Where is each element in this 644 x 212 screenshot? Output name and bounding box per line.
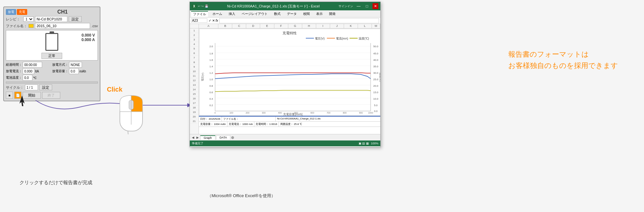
- svg-text:0.4: 0.4: [209, 97, 213, 100]
- discharge-button[interactable]: 放電: [6, 9, 16, 15]
- device-header: 放電 充電 CH1: [6, 9, 98, 15]
- ribbon-tab-insert[interactable]: 挿入: [227, 11, 237, 17]
- date-value: 2015/5/26: [209, 117, 220, 120]
- svg-text:1.4: 1.4: [209, 65, 213, 68]
- minimize-button[interactable]: —: [356, 3, 362, 9]
- discharge-current-input[interactable]: [23, 68, 34, 74]
- discharge-capacity-input[interactable]: [69, 68, 79, 74]
- set-button-2[interactable]: 設定: [39, 84, 52, 90]
- ribbon-tab-layout[interactable]: ページレイアウト: [240, 11, 270, 17]
- col-J: J: [330, 24, 344, 28]
- mode-buttons: 放電 充電: [6, 9, 27, 15]
- close-button[interactable]: ✕: [373, 3, 378, 9]
- col-F: F: [274, 24, 288, 28]
- filename-label-info: ファイル名：: [223, 117, 239, 120]
- signin-label[interactable]: サインイン: [339, 4, 353, 8]
- sheet-tab-graph[interactable]: Graph: [200, 135, 215, 140]
- svg-text:10.0: 10.0: [373, 97, 378, 100]
- caption-click-area: クリックするだけで報告書が完成: [19, 180, 92, 186]
- time-cell: 充電時間： 1:0016: [254, 122, 279, 127]
- current-label: 充電電流：: [229, 123, 242, 126]
- svg-text:800: 800: [343, 112, 347, 114]
- filename-input[interactable]: [35, 23, 90, 29]
- cycle-row: サイクル： 設定: [6, 84, 98, 90]
- svg-text:0: 0: [214, 112, 216, 114]
- svg-text:500: 500: [294, 112, 298, 114]
- current-value: 0.000 A: [81, 38, 95, 42]
- discharge-mode-row: 放電方式：: [52, 62, 98, 68]
- filename-row: ファイル名： .csv: [6, 23, 98, 29]
- filename-value-cell: Ni-Cd KR1000AA1_Charge_012-1.xls: [276, 117, 380, 121]
- ribbon-tab-file[interactable]: ファイル: [191, 11, 208, 17]
- row-5: 5: [190, 47, 199, 51]
- ribbon-tab-dev[interactable]: 開発: [327, 11, 338, 17]
- capacity-cell: 充電容量： 1004 mAh: [199, 122, 227, 127]
- svg-text:100: 100: [229, 112, 233, 114]
- charge-button[interactable]: 充電: [17, 9, 27, 15]
- time-label: 充電時間：: [256, 123, 269, 126]
- row-20: 20: [190, 115, 199, 119]
- chart-svg: 充電特性 電圧(V) 電流(mA) 温度(℃) 2.0 1.8 1.6 1.4 …: [199, 28, 380, 116]
- record-button[interactable]: ■: [6, 92, 13, 99]
- ribbon-tab-view[interactable]: 表示: [314, 11, 325, 17]
- col-M: M: [372, 24, 380, 28]
- ribbon-tab-home[interactable]: ホーム: [211, 11, 224, 17]
- row-1: 1: [190, 28, 199, 33]
- sheet-nav-left[interactable]: ◄: [191, 135, 195, 140]
- date-label: 日付：: [200, 117, 208, 120]
- model-input[interactable]: [35, 16, 67, 22]
- cycle-label: サイクル：: [6, 85, 24, 90]
- ribbon-tab-review[interactable]: 校閲: [301, 11, 312, 17]
- ribbon-tab-data[interactable]: データ: [285, 11, 299, 17]
- temp-info-label: 周囲温度：: [280, 123, 293, 126]
- ribbon-tab-formula[interactable]: 数式: [272, 11, 282, 17]
- col-C: C: [232, 24, 246, 28]
- recipe-row: レシピ： 1 設定: [6, 16, 98, 22]
- svg-text:35.0: 35.0: [373, 65, 378, 68]
- row-11: 11: [190, 74, 199, 78]
- svg-text:1.2: 1.2: [209, 72, 213, 74]
- svg-text:300: 300: [262, 112, 266, 114]
- col-D: D: [246, 24, 260, 28]
- svg-text:40.0: 40.0: [373, 59, 378, 61]
- folder-icon[interactable]: [29, 24, 34, 28]
- row-8: 8: [190, 60, 199, 65]
- cycle-input[interactable]: [25, 84, 38, 90]
- discharge-current-unit: ItA: [35, 70, 39, 73]
- sheet-tab-data[interactable]: DATA: [216, 135, 231, 139]
- row-15: 15: [190, 92, 199, 96]
- discharge-mode-input[interactable]: [69, 62, 82, 68]
- svg-text:400: 400: [278, 112, 282, 114]
- excel-quick-access: ↩ ↪ 💾: [198, 5, 208, 8]
- elapsed-row: 経過時間：: [6, 62, 52, 68]
- ch-title: CH1: [27, 9, 98, 15]
- elapsed-input[interactable]: [23, 62, 42, 68]
- formula-input[interactable]: [219, 18, 379, 23]
- col-headers: A B C D E F G H I J K L M: [199, 24, 380, 28]
- svg-text:0.6: 0.6: [209, 91, 213, 94]
- set-button-1[interactable]: 設定: [69, 16, 82, 22]
- sheet-nav-right[interactable]: ►: [196, 135, 200, 140]
- row-13: 13: [190, 83, 199, 87]
- col-A: A: [199, 24, 218, 28]
- cell-ref-input[interactable]: A23: [191, 18, 207, 23]
- row-2: 2: [190, 33, 199, 38]
- svg-text:0.0: 0.0: [374, 110, 378, 113]
- maximize-button[interactable]: □: [364, 3, 370, 9]
- sheet-add[interactable]: ⊕: [231, 135, 234, 140]
- bottom-buttons: ■ 📄 開始 終了: [6, 92, 98, 99]
- statusbar-right: ▣ ▤ ▦ 100%: [359, 142, 378, 145]
- col-E: E: [260, 24, 274, 28]
- statusbar-left: 準備完了: [192, 141, 203, 146]
- svg-text:700: 700: [327, 112, 330, 114]
- temp-input[interactable]: [23, 75, 32, 81]
- stop-button[interactable]: 終了: [42, 92, 60, 99]
- report-button[interactable]: 📄: [14, 92, 21, 99]
- recipe-select[interactable]: 1: [23, 17, 34, 22]
- row-9: 9: [190, 65, 199, 69]
- row-4: 4: [190, 42, 199, 47]
- svg-text:温度(℃): 温度(℃): [359, 37, 369, 40]
- start-button[interactable]: 開始: [23, 92, 41, 99]
- excel-window: X ↩ ↪ 💾 Ni-Cd KR1000AA1_Charge_012-1.xls…: [190, 2, 381, 147]
- current-value: 1000: [242, 123, 248, 126]
